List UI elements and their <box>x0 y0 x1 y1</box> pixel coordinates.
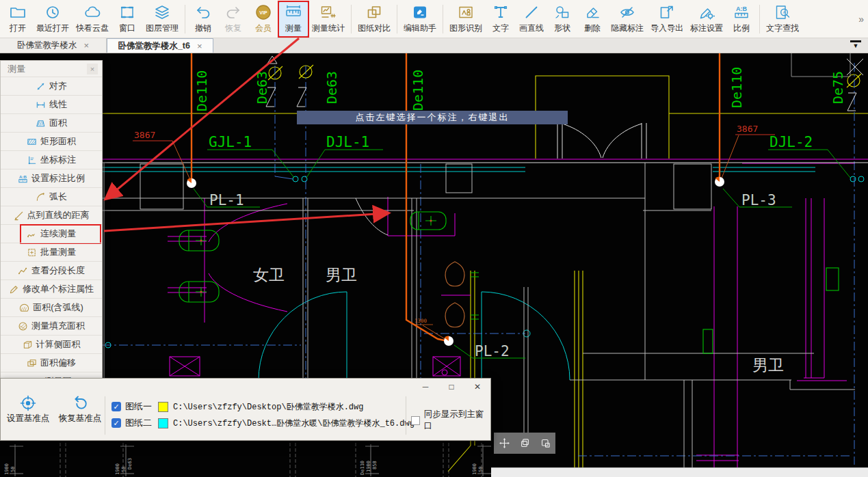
toolbar-item-label: 撤销 <box>195 23 211 34</box>
pan-icon[interactable] <box>499 437 510 449</box>
drawing-compare-icon <box>366 4 382 21</box>
measure-item-label: 批量测量 <box>40 246 76 258</box>
tab-label: 卧佛堂教学楼水_t6 <box>118 40 190 52</box>
window-icon <box>119 4 135 21</box>
measure-item-7[interactable]: 弧长 <box>1 187 102 206</box>
toolbar-layer-manager-button[interactable]: 图层管理 <box>142 1 182 37</box>
area-icon <box>36 118 46 128</box>
measure-item-label: 面积 <box>49 117 67 129</box>
measure-item-14[interactable]: 测量填充面积 <box>1 316 102 335</box>
svg-text:A:B: A:B <box>19 174 27 178</box>
sheet1-checkbox[interactable]: ✓ <box>111 402 121 411</box>
toolbar-text-search-button[interactable]: A文字查找 <box>763 1 802 37</box>
toolbar-separator <box>397 5 397 33</box>
toolbar-text-button[interactable]: 文字 <box>486 1 516 37</box>
import-export-icon <box>659 4 675 21</box>
toolbar-item-label: 图层管理 <box>146 23 179 34</box>
rect-area-icon <box>27 137 37 147</box>
toolbar-scale-ratio-button[interactable]: A:B比例 <box>726 1 757 37</box>
toolbar-window-button[interactable]: 窗口 <box>112 1 142 37</box>
measure-item-6[interactable]: A:B设置标注比例 <box>1 169 102 187</box>
toolbar-item-label: 标注设置 <box>690 23 723 34</box>
label-de110-mid: De110 <box>410 70 426 111</box>
toolbar-shape-recognition-button[interactable]: 图形识别 <box>446 1 486 37</box>
measure-item-label: 面积偏移 <box>40 357 76 369</box>
document-tab-2[interactable]: 卧佛堂教学楼水_t6× <box>107 38 213 53</box>
redo-icon <box>225 4 241 21</box>
toolbar-collapse-button[interactable]: ▼ <box>850 40 861 49</box>
fill-area-icon <box>18 321 28 331</box>
toolbar-measure-stats-button[interactable]: 测量统计 <box>308 1 348 37</box>
modify-icon <box>9 284 19 295</box>
dialog-titlebar: ─ □ ✕ <box>1 379 490 395</box>
text-icon <box>492 4 509 21</box>
toolbar-undo-button[interactable]: 撤销 <box>188 1 218 37</box>
document-tabbar: 卧佛堂教学楼水×卧佛堂教学楼水_t6× <box>0 38 868 53</box>
toolbar-measure-button[interactable]: 测量 <box>278 1 308 37</box>
measure-item-16[interactable]: 面积偏移 <box>1 353 102 372</box>
toolbar-delete-button[interactable]: 删除 <box>577 1 607 37</box>
toolbar-hide-annotations-button[interactable]: 隐藏标注 <box>607 1 647 37</box>
document-tab-1[interactable]: 卧佛堂教学楼水× <box>0 38 107 53</box>
room-label-men: 男卫 <box>326 266 357 284</box>
measure-item-1[interactable]: 对齐 <box>1 77 102 95</box>
measure-item-label: 计算侧面积 <box>36 338 81 351</box>
measure-item-13[interactable]: 面积(含弧线) <box>1 298 102 316</box>
cad-riser-leaders <box>133 135 775 340</box>
measure-item-label: 点到直线的距离 <box>27 209 90 221</box>
restore-basepoint-button[interactable]: 恢复基准点 <box>53 395 107 424</box>
toolbar-separator <box>185 5 185 33</box>
set-basepoint-button[interactable]: 设置基准点 <box>1 395 55 424</box>
sheet2-checkbox[interactable]: ✓ <box>111 418 121 428</box>
measure-item-10[interactable]: 批量测量 <box>1 243 102 261</box>
toolbar-annotation-settings-button[interactable]: 标注设置 <box>687 1 726 37</box>
measure-item-label: 修改单个标注属性 <box>23 283 94 295</box>
cad-riser-markers <box>187 176 724 346</box>
measure-item-3[interactable]: 面积 <box>1 113 102 132</box>
toolbar-import-export-button[interactable]: 导入导出 <box>647 1 687 37</box>
tab-label: 卧佛堂教学楼水 <box>17 40 77 51</box>
paste-icon[interactable] <box>540 437 551 449</box>
toolbar-edit-assistant-button[interactable]: 编辑助手 <box>400 1 440 37</box>
measure-item-2[interactable]: 线性 <box>1 95 102 113</box>
measure-item-8[interactable]: 点到直线的距离 <box>1 206 102 224</box>
cad-leaders <box>194 150 850 358</box>
toolbar-draw-line-button[interactable]: 画直线 <box>516 1 547 37</box>
copy-icon[interactable] <box>519 437 531 449</box>
toolbar-overflow-button[interactable]: » <box>858 14 864 25</box>
shape-recognition-icon <box>458 4 474 21</box>
maximize-icon[interactable]: □ <box>438 379 464 394</box>
label-de63-b: De63 <box>324 71 340 104</box>
measure-item-9[interactable]: 连续测量 <box>1 224 102 243</box>
app-window: GJL-1 DJL-1 DJL-2 PL-1 PL-2 PL-3 De110 D… <box>0 0 868 477</box>
label-de110-left: De110 <box>194 70 210 111</box>
tab-close-icon[interactable]: × <box>83 40 89 51</box>
measure-item-12[interactable]: 修改单个标注属性 <box>1 280 102 298</box>
close-icon[interactable]: ✕ <box>464 379 490 394</box>
toolbar-vip-button[interactable]: VIP会员 <box>248 1 278 37</box>
measure-item-4[interactable]: 矩形面积 <box>1 132 102 150</box>
toolbar-drawing-compare-button[interactable]: 图纸对比 <box>354 1 394 37</box>
measure-item-15[interactable]: 计算侧面积 <box>1 335 102 353</box>
toolbar-shapes-button[interactable]: 形状 <box>547 1 577 37</box>
measure-icon <box>285 4 302 21</box>
toolbar-redo-button[interactable]: 恢复 <box>218 1 248 37</box>
minimize-icon[interactable]: ─ <box>412 379 438 394</box>
divider <box>105 396 105 435</box>
toolbar-recent-open-button[interactable]: 最近打开 <box>33 1 73 37</box>
toolbar-cloud-drive-button[interactable]: 快看云盘 <box>73 1 112 37</box>
measure-item-11[interactable]: 查看分段长度 <box>1 261 102 280</box>
measure-item-5[interactable]: 坐标标注 <box>1 150 102 169</box>
svg-text:1900: 1900 <box>472 463 477 475</box>
point-line-icon <box>14 210 24 221</box>
close-icon[interactable]: × <box>87 64 98 74</box>
svg-text:50: 50 <box>478 467 484 472</box>
annotation-settings-icon <box>698 4 715 21</box>
dim-3867-right: 3867 <box>737 124 758 134</box>
sync-checkbox[interactable] <box>411 416 420 425</box>
tab-close-icon[interactable]: × <box>197 41 202 51</box>
cad-room-labels: 女卫 男卫 男卫 <box>253 266 784 374</box>
sync-option[interactable]: 同步显示到主窗口 <box>411 409 490 432</box>
toolbar-open-button[interactable]: 打开 <box>3 1 33 37</box>
shapes-icon <box>554 4 570 21</box>
